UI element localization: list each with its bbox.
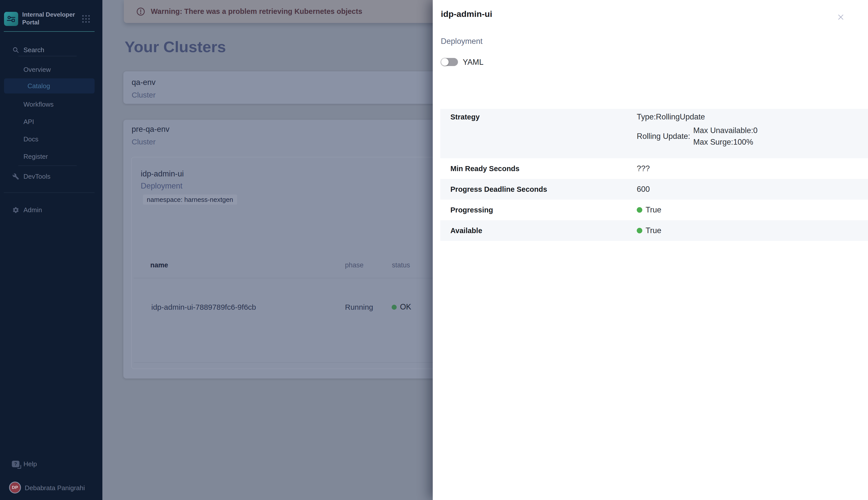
detail-label: Min Ready Seconds: [440, 164, 637, 173]
detail-row-progressing: Progressing True: [440, 200, 868, 220]
drawer-title: idp-admin-ui: [441, 9, 492, 19]
sidebar-item-label: Help: [23, 460, 37, 468]
apps-grid-icon[interactable]: [82, 15, 90, 23]
cluster-kind: Cluster: [132, 138, 468, 146]
rolling-update-label: Rolling Update:: [637, 132, 690, 141]
app-title-line2: Portal: [22, 19, 75, 26]
detail-row-min-ready-seconds: Min Ready Seconds ???: [440, 158, 868, 179]
sidebar-item-label: Admin: [23, 206, 42, 214]
table-divider: [134, 362, 483, 363]
sidebar-user[interactable]: DP Debabrata Panigrahi: [0, 481, 102, 495]
pod-status-dot: [392, 305, 397, 310]
sidebar-item-devtools[interactable]: DevTools: [0, 169, 102, 183]
app-title-line1: Internal Developer: [22, 11, 75, 19]
sidebar-item-workflows[interactable]: Workflows: [0, 97, 102, 111]
close-icon[interactable]: [836, 12, 846, 22]
warning-icon: [136, 7, 145, 16]
yaml-toggle[interactable]: [441, 58, 458, 66]
page-title: Your Clusters: [125, 38, 226, 56]
sidebar-item-label: Catalog: [27, 82, 50, 90]
pods-table-header-name: name: [150, 261, 168, 269]
sidebar-divider: [19, 166, 77, 166]
workload-kind: Deployment: [141, 181, 182, 191]
max-surge-value: Max Surge:100%: [693, 138, 758, 147]
sidebar-item-search[interactable]: Search: [0, 43, 102, 57]
sidebar-item-label: Search: [23, 46, 44, 54]
cluster-name: qa-env: [132, 78, 468, 87]
user-name: Debabrata Panigrahi: [25, 484, 85, 492]
app-logo-icon[interactable]: [4, 12, 18, 26]
sidebar-item-label: API: [23, 118, 34, 126]
sidebar-item-label: Overview: [23, 66, 51, 73]
workload-card-idp-admin-ui[interactable]: idp-admin-ui Deployment namespace: harne…: [131, 157, 483, 369]
detail-value: True: [646, 205, 661, 215]
pods-table-header-status: status: [392, 261, 410, 269]
detail-label: Progressing: [440, 206, 637, 214]
pod-phase-cell: Running: [345, 303, 373, 311]
yaml-toggle-knob: [441, 58, 449, 66]
sidebar-item-admin[interactable]: Admin: [0, 203, 102, 217]
sidebar-item-label: Workflows: [23, 101, 54, 109]
sliders-logo-glyph: [6, 14, 16, 24]
sidebar-item-label: DevTools: [23, 173, 51, 180]
detail-label: Progress Deadline Seconds: [440, 185, 637, 194]
sidebar-item-label: Docs: [23, 135, 38, 143]
sidebar: Internal Developer Portal Search Overvie…: [0, 0, 102, 500]
cluster-card-qa-env[interactable]: qa-env Cluster: [123, 71, 476, 104]
sidebar-accent-divider: [4, 31, 94, 32]
detail-label: Available: [440, 227, 637, 235]
deployment-details-table: Strategy Type:RollingUpdate Rolling Upda…: [440, 109, 868, 241]
table-divider: [134, 278, 483, 278]
gear-icon: [12, 206, 20, 214]
deployment-details-drawer: idp-admin-ui Deployment YAML Strategy Ty…: [433, 0, 868, 500]
sidebar-item-help[interactable]: ? Help: [0, 457, 102, 471]
namespace-chip: namespace: harness-nextgen: [143, 195, 237, 205]
sidebar-item-register[interactable]: Register: [0, 149, 102, 163]
cluster-kind: Cluster: [132, 91, 468, 99]
cluster-card-pre-qa-env[interactable]: pre-qa-env Cluster idp-admin-ui Deployme…: [123, 120, 476, 378]
detail-value: 600: [637, 185, 650, 194]
sidebar-item-overview[interactable]: Overview: [0, 62, 102, 77]
detail-value: ???: [637, 164, 650, 173]
detail-row-progress-deadline-seconds: Progress Deadline Seconds 600: [440, 179, 868, 200]
detail-row-available: Available True: [440, 220, 868, 241]
strategy-value-block: Type:RollingUpdate Rolling Update: Max U…: [637, 112, 758, 147]
cluster-name: pre-qa-env: [132, 125, 468, 134]
sidebar-item-api[interactable]: API: [0, 115, 102, 129]
max-unavailable-value: Max Unavailable:0: [693, 126, 758, 135]
warning-banner: Warning: There was a problem retrieving …: [124, 0, 477, 23]
status-ok-dot: [637, 228, 642, 234]
sidebar-item-catalog[interactable]: Catalog: [4, 78, 94, 93]
workload-name: idp-admin-ui: [141, 169, 184, 179]
help-chat-icon: ?: [12, 460, 20, 468]
sidebar-item-label: Register: [23, 153, 48, 160]
user-avatar: DP: [9, 481, 21, 493]
pods-table-header-phase: phase: [345, 261, 364, 269]
sidebar-item-docs[interactable]: Docs: [0, 132, 102, 146]
app-title: Internal Developer Portal: [22, 11, 75, 26]
yaml-toggle-label: YAML: [463, 58, 483, 67]
pod-name-cell[interactable]: idp-admin-ui-7889789fc6-9f6cb: [151, 303, 256, 311]
warning-banner-text: Warning: There was a problem retrieving …: [151, 7, 363, 16]
detail-label: Strategy: [440, 112, 637, 121]
sidebar-divider: [19, 56, 77, 56]
drawer-kind-label: Deployment: [441, 37, 482, 46]
status-ok-dot: [637, 207, 642, 213]
detail-row-strategy: Strategy Type:RollingUpdate Rolling Upda…: [440, 109, 868, 158]
detail-value: True: [646, 226, 661, 235]
strategy-type: Type:RollingUpdate: [637, 112, 758, 122]
search-icon: [12, 46, 20, 54]
pod-status-cell: OK: [400, 303, 411, 311]
wrench-icon: [12, 172, 20, 180]
